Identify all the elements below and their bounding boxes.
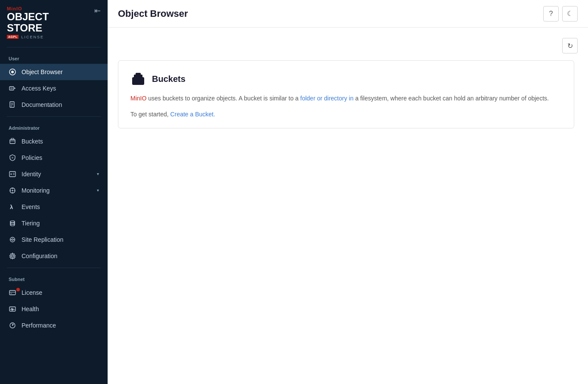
sidebar-item-tiering[interactable]: Tiering bbox=[0, 215, 108, 231]
collapse-sidebar-icon[interactable]: ⇤ bbox=[91, 0, 104, 16]
license-icon bbox=[9, 289, 16, 297]
buckets-cta: To get started, Create a Bucket. bbox=[130, 111, 562, 118]
health-icon bbox=[9, 305, 16, 313]
sidebar-item-buckets[interactable]: Buckets bbox=[0, 133, 108, 150]
help-button[interactable]: ? bbox=[543, 6, 559, 22]
topbar: Object Browser ? ☾ bbox=[108, 0, 588, 28]
monitoring-icon bbox=[9, 187, 16, 194]
svg-rect-35 bbox=[10, 293, 12, 294]
svg-point-19 bbox=[12, 190, 13, 191]
svg-point-32 bbox=[12, 255, 14, 257]
sidebar: MinIO OBJECT STORE AGPL LICENSE ⇤ User O… bbox=[0, 0, 108, 384]
svg-rect-3 bbox=[10, 87, 13, 89]
buckets-header: Buckets bbox=[130, 71, 562, 87]
sidebar-item-label: Site Replication bbox=[22, 236, 63, 243]
sidebar-divider-top bbox=[7, 47, 101, 47]
main-content: Object Browser ? ☾ ↻ bbox=[108, 0, 588, 384]
sidebar-item-label: Events bbox=[22, 203, 40, 210]
sidebar-item-label: Policies bbox=[22, 154, 42, 161]
buckets-description: MinIO uses buckets to organize objects. … bbox=[130, 94, 562, 104]
license-label: LICENSE bbox=[21, 35, 44, 39]
sidebar-item-label: Buckets bbox=[22, 138, 43, 145]
documentation-icon bbox=[9, 101, 16, 109]
cta-text: To get started, bbox=[130, 111, 170, 118]
sidebar-item-label: Documentation bbox=[22, 101, 62, 108]
sidebar-item-label: Object Browser bbox=[22, 69, 63, 75]
create-bucket-link[interactable]: Create a Bucket. bbox=[170, 111, 215, 118]
sidebar-item-label: License bbox=[22, 289, 42, 296]
logo-area: MinIO OBJECT STORE AGPL LICENSE bbox=[0, 0, 91, 44]
policies-icon bbox=[9, 154, 16, 162]
sidebar-item-license[interactable]: License bbox=[0, 284, 108, 301]
theme-toggle-button[interactable]: ☾ bbox=[562, 6, 578, 22]
section-label-subnet: Subnet bbox=[0, 272, 108, 284]
sidebar-item-label: Monitoring bbox=[22, 187, 50, 194]
sidebar-item-site-replication[interactable]: Site Replication bbox=[0, 231, 108, 248]
sidebar-item-monitoring[interactable]: Monitoring ▾ bbox=[0, 182, 108, 199]
page-title: Object Browser bbox=[118, 8, 188, 19]
refresh-icon: ↻ bbox=[567, 42, 573, 50]
svg-rect-33 bbox=[9, 290, 15, 295]
svg-rect-12 bbox=[11, 138, 14, 140]
sidebar-item-identity[interactable]: Identity ▾ bbox=[0, 166, 108, 182]
identity-icon bbox=[9, 170, 16, 178]
tiering-icon bbox=[9, 219, 16, 227]
sidebar-divider-subnet bbox=[7, 268, 101, 268]
topbar-actions: ? ☾ bbox=[543, 6, 578, 22]
section-label-user: User bbox=[0, 51, 108, 64]
svg-point-1 bbox=[11, 71, 14, 73]
buckets-card-title: Buckets bbox=[152, 74, 186, 84]
svg-point-15 bbox=[10, 173, 12, 175]
identity-chevron-icon: ▾ bbox=[97, 172, 99, 176]
object-browser-icon bbox=[9, 68, 16, 76]
desc-text-2: a filesystem, where each bucket can hold… bbox=[353, 95, 549, 102]
svg-point-13 bbox=[12, 157, 13, 159]
refresh-button[interactable]: ↻ bbox=[562, 38, 578, 53]
svg-rect-41 bbox=[132, 77, 144, 85]
monitoring-chevron-icon: ▾ bbox=[97, 188, 99, 193]
access-keys-icon bbox=[9, 84, 16, 92]
buckets-icon bbox=[9, 137, 16, 145]
sidebar-item-label: Identity bbox=[22, 171, 41, 178]
product-name: OBJECT STORE bbox=[7, 11, 84, 34]
sidebar-item-access-keys[interactable]: Access Keys bbox=[0, 80, 108, 97]
sidebar-item-object-browser[interactable]: Object Browser bbox=[0, 64, 108, 80]
svg-rect-43 bbox=[136, 73, 141, 75]
content-area: ↻ Buckets MinIO uses buckets to organize… bbox=[108, 28, 588, 384]
configuration-icon bbox=[9, 252, 16, 260]
sidebar-item-events[interactable]: λ Events bbox=[0, 199, 108, 215]
svg-text:λ: λ bbox=[10, 204, 13, 210]
help-icon: ? bbox=[549, 10, 553, 18]
site-replication-icon bbox=[9, 236, 16, 244]
sidebar-divider-admin bbox=[7, 116, 101, 117]
section-label-administrator: Administrator bbox=[0, 120, 108, 133]
svg-rect-10 bbox=[10, 140, 15, 144]
events-icon: λ bbox=[9, 203, 16, 211]
agpl-badge: AGPL bbox=[7, 35, 19, 39]
svg-point-27 bbox=[10, 224, 15, 226]
folder-highlight: folder or directory in bbox=[300, 95, 354, 102]
sidebar-item-configuration[interactable]: Configuration bbox=[0, 248, 108, 264]
desc-text: uses buckets to organize objects. A buck… bbox=[146, 95, 300, 102]
sidebar-item-policies[interactable]: Policies bbox=[0, 150, 108, 166]
sidebar-item-label: Access Keys bbox=[22, 85, 56, 92]
performance-icon bbox=[9, 322, 16, 329]
sidebar-item-label: Tiering bbox=[22, 220, 40, 227]
minio-highlight: MinIO bbox=[130, 95, 146, 102]
sidebar-item-documentation[interactable]: Documentation bbox=[0, 97, 108, 113]
sidebar-item-label: Health bbox=[22, 306, 39, 312]
license-badge bbox=[16, 288, 20, 291]
sidebar-item-label: Performance bbox=[22, 322, 56, 329]
sidebar-item-performance[interactable]: Performance bbox=[0, 317, 108, 334]
sidebar-item-health[interactable]: Health bbox=[0, 301, 108, 317]
buckets-card: Buckets MinIO uses buckets to organize o… bbox=[118, 60, 574, 128]
bucket-card-icon bbox=[130, 71, 146, 87]
sidebar-item-label: Configuration bbox=[22, 253, 57, 259]
moon-icon: ☾ bbox=[567, 9, 573, 18]
